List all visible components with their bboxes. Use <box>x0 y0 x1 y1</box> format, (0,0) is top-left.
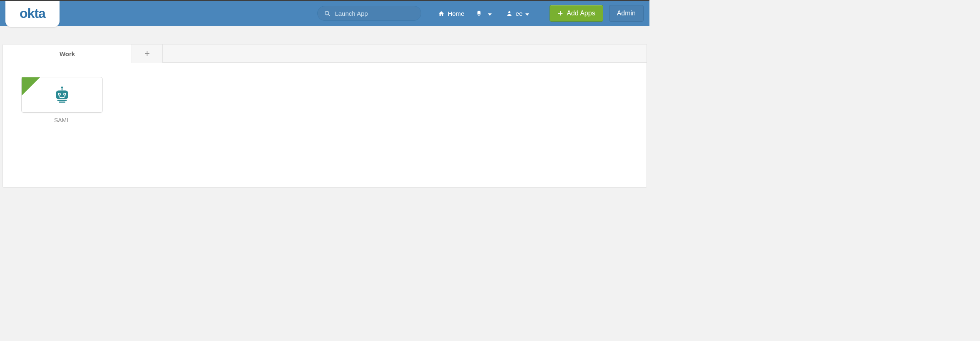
app-card-saml: NEW SAML <box>21 77 103 124</box>
svg-point-11 <box>64 94 65 95</box>
app-label: SAML <box>54 117 70 124</box>
caret-down-icon <box>525 10 532 17</box>
svg-rect-6 <box>62 88 62 91</box>
nav-notifications[interactable] <box>470 7 500 20</box>
launch-app-placeholder: Launch App <box>335 10 368 17</box>
plus-icon: + <box>144 48 150 59</box>
tab-panel: NEW SAML <box>2 63 647 188</box>
svg-point-10 <box>59 94 60 95</box>
tab-add[interactable]: + <box>132 44 163 63</box>
svg-line-1 <box>328 14 330 16</box>
new-badge-label: NEW <box>5 73 20 89</box>
search-icon <box>324 10 331 17</box>
admin-button[interactable]: Admin <box>609 5 644 22</box>
nav-links: Home ee <box>432 7 538 20</box>
tab-bar: Work + <box>2 44 647 63</box>
svg-rect-12 <box>57 100 67 101</box>
tab-label: Work <box>60 50 75 57</box>
admin-label: Admin <box>617 10 636 17</box>
svg-point-0 <box>325 11 329 15</box>
nav-home-label: Home <box>448 10 464 17</box>
svg-point-2 <box>508 11 510 13</box>
top-nav: okta Launch App Home ee <box>0 1 649 26</box>
home-icon <box>438 10 445 17</box>
add-apps-label: Add Apps <box>567 10 595 17</box>
content: Work + NEW <box>0 26 649 188</box>
plus-icon <box>557 10 563 16</box>
nav-user-menu[interactable]: ee <box>500 7 538 20</box>
header-actions: Add Apps Admin <box>550 5 644 22</box>
svg-point-5 <box>61 86 63 88</box>
new-badge: NEW <box>22 77 40 96</box>
logo[interactable]: okta <box>5 1 60 27</box>
okta-logo-text: okta <box>20 7 45 20</box>
caret-down-icon <box>488 10 495 17</box>
bell-icon <box>476 10 482 17</box>
tab-bar-remainder <box>163 44 647 63</box>
user-icon <box>506 10 512 17</box>
app-chiclet-saml[interactable]: NEW <box>21 77 103 113</box>
nav-home[interactable]: Home <box>432 7 470 20</box>
tab-work[interactable]: Work <box>3 44 132 63</box>
add-apps-button[interactable]: Add Apps <box>550 5 603 22</box>
svg-rect-13 <box>59 101 65 102</box>
launch-app-search[interactable]: Launch App <box>317 6 421 21</box>
robot-icon <box>51 84 73 106</box>
app-grid: NEW SAML <box>21 77 628 124</box>
nav-user-label: ee <box>515 10 522 17</box>
